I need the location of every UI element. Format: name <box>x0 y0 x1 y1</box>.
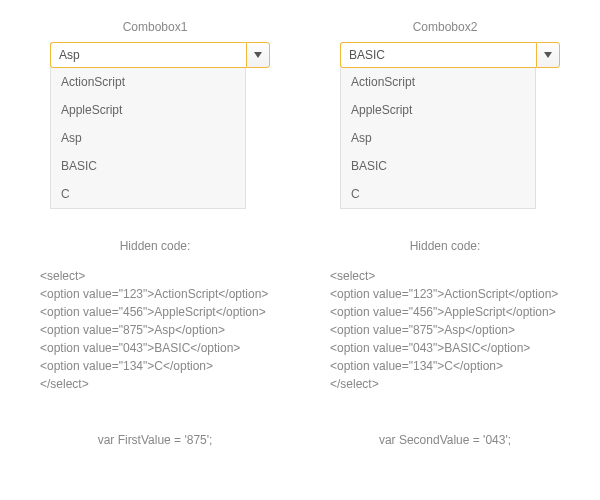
code-line: <option value="875">Asp</option> <box>40 321 270 339</box>
combobox1-column: Combobox1 ActionScript AppleScript Asp B… <box>40 20 270 447</box>
hidden-code-right: <select> <option value="123">ActionScrip… <box>330 267 560 393</box>
combobox1 <box>50 42 270 68</box>
combobox2-title: Combobox2 <box>330 20 560 34</box>
code-line: <option value="456">AppleScript</option> <box>40 303 270 321</box>
code-line: <select> <box>330 267 560 285</box>
code-line: </select> <box>330 375 560 393</box>
var-first-value: var FirstValue = '875'; <box>40 433 270 447</box>
combobox1-dropdown-button[interactable] <box>246 42 270 68</box>
code-line: </select> <box>40 375 270 393</box>
chevron-down-icon <box>254 52 262 58</box>
combobox2-option[interactable]: Asp <box>341 124 535 152</box>
code-line: <option value="043">BASIC</option> <box>330 339 560 357</box>
combobox2-option[interactable]: BASIC <box>341 152 535 180</box>
combobox2-option[interactable]: ActionScript <box>341 68 535 96</box>
code-line: <option value="043">BASIC</option> <box>40 339 270 357</box>
code-line: <option value="134">C</option> <box>330 357 560 375</box>
chevron-down-icon <box>544 52 552 58</box>
combobox1-option[interactable]: AppleScript <box>51 96 245 124</box>
combobox2 <box>340 42 560 68</box>
combobox1-option[interactable]: Asp <box>51 124 245 152</box>
code-line: <option value="123">ActionScript</option… <box>40 285 270 303</box>
hidden-code-label-left: Hidden code: <box>40 239 270 253</box>
code-line: <option value="123">ActionScript</option… <box>330 285 560 303</box>
code-line: <select> <box>40 267 270 285</box>
combobox1-title: Combobox1 <box>40 20 270 34</box>
combobox1-option[interactable]: C <box>51 180 245 208</box>
code-line: <option value="875">Asp</option> <box>330 321 560 339</box>
code-line: <option value="134">C</option> <box>40 357 270 375</box>
combobox1-option[interactable]: ActionScript <box>51 68 245 96</box>
combobox2-input[interactable] <box>340 42 536 68</box>
combobox2-dropdown-button[interactable] <box>536 42 560 68</box>
code-line: <option value="456">AppleScript</option> <box>330 303 560 321</box>
combobox2-dropdown: ActionScript AppleScript Asp BASIC C <box>340 68 536 209</box>
combobox1-input[interactable] <box>50 42 246 68</box>
combobox1-dropdown: ActionScript AppleScript Asp BASIC C <box>50 68 246 209</box>
combobox2-option[interactable]: C <box>341 180 535 208</box>
combobox2-column: Combobox2 ActionScript AppleScript Asp B… <box>330 20 560 447</box>
combobox2-option[interactable]: AppleScript <box>341 96 535 124</box>
combobox1-option[interactable]: BASIC <box>51 152 245 180</box>
var-second-value: var SecondValue = '043'; <box>330 433 560 447</box>
hidden-code-left: <select> <option value="123">ActionScrip… <box>40 267 270 393</box>
hidden-code-label-right: Hidden code: <box>330 239 560 253</box>
